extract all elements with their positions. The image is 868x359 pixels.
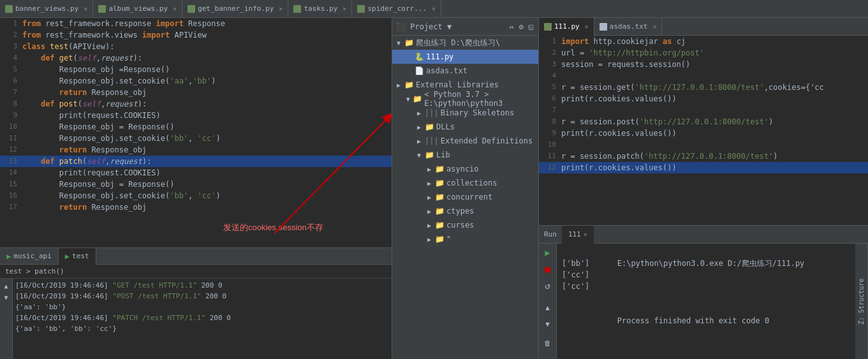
tree-item-label: curses (446, 221, 474, 230)
folder-icon: 📁 (404, 38, 414, 47)
breadcrumb: test > patch() (0, 265, 392, 279)
tree-item-label: ctypes (446, 207, 474, 216)
tab-label: album_views.py (108, 4, 168, 13)
right-code-line-6: 6 print(r.cookies.values()) (539, 93, 868, 105)
tab-111py[interactable]: 111.py ✕ (539, 18, 594, 36)
tree-root-label: 爬虫练习 D:\爬虫练习\ (416, 38, 500, 48)
run-scroll-down-btn[interactable]: ▼ (541, 318, 554, 330)
annotation-text: 发送的cookies,session不存 (223, 222, 323, 233)
run-panel: Run 111 ✕ ▶ ■ ↺ ▲ ▼ 🗑 E:\python\pytho (539, 225, 868, 359)
tab-get-banner-info[interactable]: get_banner_info.py ✕ (182, 0, 288, 18)
code-line-1: 1 from rest_framework.response import Re… (0, 18, 392, 29)
tab-close-icon[interactable]: ✕ (652, 23, 656, 30)
txt-file-icon (600, 23, 607, 31)
toolbar-horizontal-btn[interactable]: ⇔ (508, 21, 515, 33)
code-line-8: 8 def post(self,request): (0, 98, 392, 110)
code-line-14: 14 print(request.COOKIES) (0, 167, 392, 179)
run-tab-111[interactable]: 111 ✕ (562, 226, 594, 244)
run-scroll-up-btn[interactable]: ▲ (541, 301, 554, 314)
tree-item-python37[interactable]: ▼ 📁 < Python 3.7 > E:\python\python3 (392, 92, 538, 106)
run-label: Run (539, 230, 562, 238)
run-icon: ▶ (65, 252, 70, 261)
code-line-11: 11 Response_obj.set_cookie('bb', 'cc') (0, 133, 392, 144)
console-line-3: {'aa': 'bb'} (15, 302, 389, 312)
console-area: ▲ ▼ [16/Oct/2019 19:46:46] "GET /test HT… (0, 279, 392, 359)
code-line-6: 6 Response_obj.set_cookie('aa','bb') (0, 75, 392, 87)
run-play-btn[interactable]: ▶ (541, 246, 554, 259)
tree-item-label: < Python 3.7 > E:\python\python3 (424, 90, 538, 108)
lib-folder-icon: ||| (425, 136, 439, 145)
project-label: ⬛ Project ▼ (396, 22, 452, 31)
py-file-icon (357, 5, 365, 13)
tab-test[interactable]: ▶ test (59, 248, 96, 265)
tree-item-lib[interactable]: ▼ 📁 Lib (392, 148, 538, 162)
py-file-icon (5, 5, 13, 13)
tree-item-more[interactable]: ▶ 📁 " (392, 232, 538, 246)
code-line-12: 12 return Response_obj (0, 144, 392, 156)
tab-spider-corr[interactable]: spider_corr... ✕ (352, 0, 441, 18)
folder-icon: 📁 (435, 193, 445, 201)
bottom-tab-bar: ▶ music_api ▶ test (0, 248, 392, 265)
tab-music-api[interactable]: ▶ music_api (0, 248, 59, 265)
tab-close-icon[interactable]: ✕ (585, 23, 589, 30)
output-line-1: E:\python\python3.0.exe D:/爬虫练习/111.py (562, 246, 850, 258)
console-content: [16/Oct/2019 19:46:46] "GET /test HTTP/1… (13, 279, 392, 359)
output-line-5 (562, 292, 850, 304)
code-area[interactable]: 1 from rest_framework.response import Re… (0, 18, 392, 247)
tree-item-concurrent[interactable]: ▶ 📁 concurrent (392, 190, 538, 204)
tree-item-label: asdas.txt (426, 66, 467, 75)
scroll-down-btn[interactable]: ▼ (2, 293, 11, 302)
tab-banner-views[interactable]: banner_views.py ✕ (0, 0, 93, 18)
tree-item-binary-skeletons[interactable]: ▶ ||| Binary Skeletons (392, 106, 538, 120)
run-content: ▶ ■ ↺ ▲ ▼ 🗑 E:\python\python3.0.exe D:/爬… (539, 244, 868, 359)
right-code-line-2: 2 url = 'http://httpbin.org/post' (539, 47, 868, 59)
scroll-up-btn[interactable]: ▲ (2, 281, 11, 290)
main-content: 1 from rest_framework.response import Re… (0, 18, 868, 359)
tab-close-icon[interactable]: ✕ (84, 5, 87, 12)
folder-icon: 📁 (435, 235, 445, 244)
tree-item-collections[interactable]: ▶ 📁 collections (392, 176, 538, 190)
tab-album-views[interactable]: album_views.py ✕ (93, 0, 182, 18)
tree-item-ctypes[interactable]: ▶ 📁 ctypes (392, 204, 538, 218)
file-tree: ▼ 📁 爬虫练习 D:\爬虫练习\ 🐍 111.py 📄 asdas.txt ▶… (392, 36, 538, 359)
tree-item-label: " (446, 235, 451, 244)
tree-item-asyncio[interactable]: ▶ 📁 asyncio (392, 162, 538, 176)
tree-item-label: Lib (436, 150, 450, 159)
tree-item-extended-defs[interactable]: ▶ ||| Extended Definitions (392, 134, 538, 148)
tab-tasks[interactable]: tasks.py ✕ (288, 0, 352, 18)
tree-item-binary-skeletons-label: Binary Skeletons (441, 108, 515, 117)
structure-label-text: Z: Structure (858, 278, 865, 324)
toolbar-external-btn[interactable]: ◱ (527, 21, 534, 33)
breadcrumb-text: test > patch() (5, 267, 64, 275)
tab-close-icon[interactable]: ✕ (279, 5, 283, 12)
code-line-7: 7 return Response_obj (0, 87, 392, 98)
folder-icon: 📁 (435, 179, 445, 187)
toolbar-settings-btn[interactable]: ⚙ (518, 21, 525, 33)
folder-icon: 📁 (425, 122, 434, 131)
tree-item-dlls[interactable]: ▶ 📁 DLLs (392, 120, 538, 134)
tree-item-111py[interactable]: 🐍 111.py (392, 50, 538, 64)
output-line-4: ['cc'] (562, 281, 850, 292)
tab-close-icon[interactable]: ✕ (432, 5, 436, 12)
tab-music-api-label: music_api (13, 252, 52, 260)
output-line-6: Process finished with exit code 0 (562, 304, 850, 315)
run-clear-btn[interactable]: 🗑 (541, 337, 554, 349)
tree-item-asdas[interactable]: 📄 asdas.txt (392, 64, 538, 78)
tab-bar: banner_views.py ✕ album_views.py ✕ get_b… (0, 0, 868, 18)
folder-icon: 📁 (435, 221, 445, 230)
right-code-area[interactable]: 1 import http.cookiejar as cj 2 url = 'h… (539, 36, 868, 225)
console-sidebar: ▲ ▼ (0, 279, 13, 359)
run-tab-close-icon[interactable]: ✕ (584, 231, 587, 238)
tree-item-root[interactable]: ▼ 📁 爬虫练习 D:\爬虫练习\ (392, 36, 538, 50)
lib-folder-icon: ||| (425, 108, 439, 117)
tab-asdas[interactable]: asdas.txt ✕ (594, 18, 663, 36)
code-line-9: 9 print(request.COOKIES) (0, 110, 392, 121)
run-stop-btn[interactable]: ■ (541, 263, 554, 275)
run-rerun-btn[interactable]: ↺ (541, 279, 554, 292)
tree-item-curses[interactable]: ▶ 📁 curses (392, 218, 538, 232)
right-code-line-4: 4 (539, 70, 868, 82)
tab-close-icon[interactable]: ✕ (342, 5, 346, 12)
console-line-5: {'aa': 'bb', 'bb': 'cc'} (15, 323, 389, 334)
tab-close-icon[interactable]: ✕ (173, 5, 177, 12)
run-tabs: Run 111 ✕ (539, 226, 868, 244)
